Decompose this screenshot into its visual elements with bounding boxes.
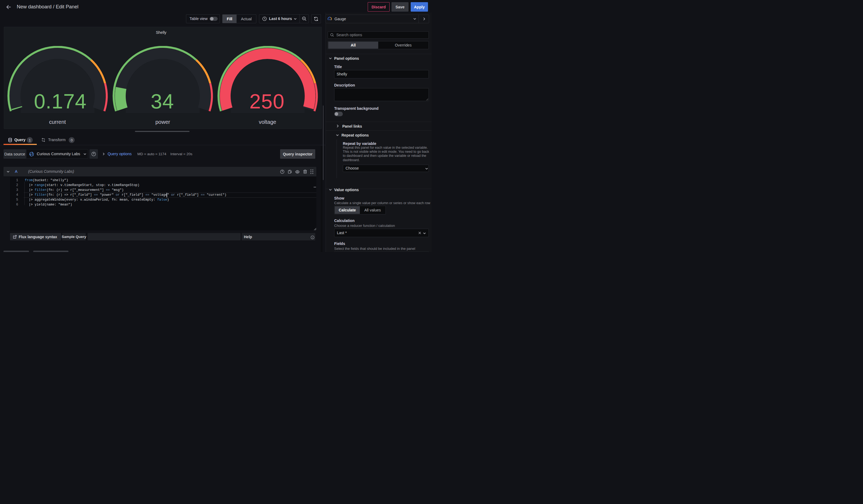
svg-text:70: 70 [329,18,331,21]
